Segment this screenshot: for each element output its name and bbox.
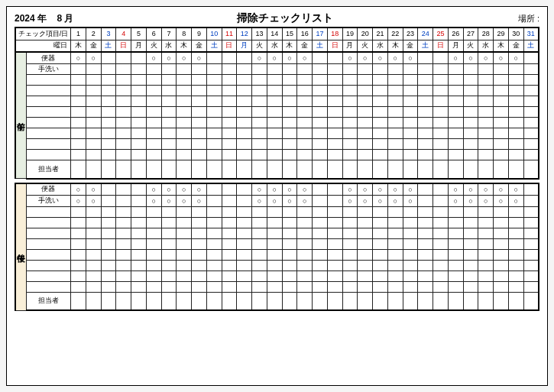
tantou-cell[interactable] <box>86 292 101 310</box>
check-cell[interactable] <box>237 195 252 206</box>
tantou-cell[interactable] <box>101 292 116 310</box>
check-cell[interactable]: ○ <box>252 195 267 206</box>
check-cell[interactable]: ○ <box>463 52 478 64</box>
check-cell[interactable]: ○ <box>387 195 403 206</box>
check-cell[interactable]: ○ <box>86 183 101 196</box>
check-cell[interactable]: ○ <box>177 183 192 196</box>
tantou-cell[interactable] <box>222 292 237 310</box>
check-cell[interactable] <box>523 195 539 206</box>
check-cell[interactable]: ○ <box>463 183 478 196</box>
check-cell[interactable]: ○ <box>146 195 161 206</box>
check-cell[interactable] <box>463 64 478 75</box>
check-cell[interactable]: ○ <box>342 52 358 64</box>
check-cell[interactable]: ○ <box>478 52 494 64</box>
check-cell[interactable] <box>146 64 161 75</box>
check-cell[interactable]: ○ <box>494 52 509 64</box>
check-cell[interactable] <box>313 64 328 75</box>
check-cell[interactable]: ○ <box>387 52 403 64</box>
check-cell[interactable] <box>192 64 207 75</box>
tantou-cell[interactable] <box>161 160 177 179</box>
check-cell[interactable] <box>237 52 252 64</box>
check-cell[interactable] <box>222 183 237 196</box>
tantou-cell[interactable] <box>403 292 418 310</box>
check-cell[interactable]: ○ <box>71 52 86 64</box>
check-cell[interactable] <box>418 64 433 75</box>
tantou-cell[interactable] <box>177 160 192 179</box>
check-cell[interactable]: ○ <box>358 183 373 196</box>
check-cell[interactable] <box>358 64 373 75</box>
tantou-cell[interactable] <box>131 292 147 310</box>
tantou-cell[interactable] <box>282 292 297 310</box>
tantou-cell[interactable] <box>161 292 177 310</box>
tantou-cell[interactable] <box>508 292 523 310</box>
check-cell[interactable] <box>373 64 388 75</box>
check-cell[interactable]: ○ <box>282 183 297 196</box>
check-cell[interactable] <box>101 64 116 75</box>
tantou-cell[interactable] <box>523 292 539 310</box>
check-cell[interactable]: ○ <box>282 195 297 206</box>
check-cell[interactable] <box>206 183 222 196</box>
check-cell[interactable]: ○ <box>252 183 267 196</box>
check-cell[interactable] <box>131 64 147 75</box>
check-cell[interactable] <box>222 64 237 75</box>
check-cell[interactable] <box>494 64 509 75</box>
check-cell[interactable] <box>327 64 342 75</box>
tantou-cell[interactable] <box>222 160 237 179</box>
tantou-cell[interactable] <box>297 160 313 179</box>
tantou-cell[interactable] <box>523 160 539 179</box>
tantou-cell[interactable] <box>478 292 494 310</box>
check-cell[interactable]: ○ <box>297 52 313 64</box>
check-cell[interactable]: ○ <box>358 195 373 206</box>
check-cell[interactable]: ○ <box>177 52 192 64</box>
tantou-cell[interactable] <box>327 292 342 310</box>
check-cell[interactable] <box>252 64 267 75</box>
check-cell[interactable] <box>206 52 222 64</box>
check-cell[interactable] <box>177 64 192 75</box>
tantou-cell[interactable] <box>433 292 449 310</box>
tantou-cell[interactable] <box>403 160 418 179</box>
check-cell[interactable]: ○ <box>267 52 282 64</box>
check-cell[interactable] <box>101 195 116 206</box>
check-cell[interactable]: ○ <box>448 195 463 206</box>
tantou-cell[interactable] <box>448 292 463 310</box>
check-cell[interactable] <box>116 183 131 196</box>
check-cell[interactable]: ○ <box>146 183 161 196</box>
tantou-cell[interactable] <box>418 160 433 179</box>
check-cell[interactable]: ○ <box>282 52 297 64</box>
tantou-cell[interactable] <box>146 160 161 179</box>
check-cell[interactable]: ○ <box>161 52 177 64</box>
check-cell[interactable]: ○ <box>508 195 523 206</box>
check-cell[interactable] <box>297 64 313 75</box>
check-cell[interactable] <box>523 183 539 196</box>
tantou-cell[interactable] <box>387 160 403 179</box>
tantou-cell[interactable] <box>252 160 267 179</box>
check-cell[interactable] <box>433 195 449 206</box>
check-cell[interactable]: ○ <box>448 52 463 64</box>
check-cell[interactable] <box>433 52 449 64</box>
check-cell[interactable]: ○ <box>86 195 101 206</box>
check-cell[interactable] <box>387 64 403 75</box>
check-cell[interactable] <box>206 195 222 206</box>
tantou-cell[interactable] <box>71 160 86 179</box>
check-cell[interactable] <box>523 64 539 75</box>
tantou-cell[interactable] <box>463 160 478 179</box>
check-cell[interactable] <box>327 195 342 206</box>
check-cell[interactable] <box>131 195 147 206</box>
check-cell[interactable] <box>237 64 252 75</box>
check-cell[interactable] <box>131 183 147 196</box>
tantou-cell[interactable] <box>282 160 297 179</box>
check-cell[interactable]: ○ <box>358 52 373 64</box>
tantou-cell[interactable] <box>116 292 131 310</box>
check-cell[interactable]: ○ <box>478 183 494 196</box>
tantou-cell[interactable] <box>448 160 463 179</box>
check-cell[interactable] <box>418 183 433 196</box>
check-cell[interactable]: ○ <box>494 183 509 196</box>
tantou-cell[interactable] <box>313 292 328 310</box>
tantou-cell[interactable] <box>237 292 252 310</box>
check-cell[interactable]: ○ <box>297 183 313 196</box>
tantou-cell[interactable] <box>463 292 478 310</box>
check-cell[interactable]: ○ <box>161 183 177 196</box>
check-cell[interactable] <box>508 64 523 75</box>
tantou-cell[interactable] <box>508 160 523 179</box>
check-cell[interactable]: ○ <box>403 52 418 64</box>
